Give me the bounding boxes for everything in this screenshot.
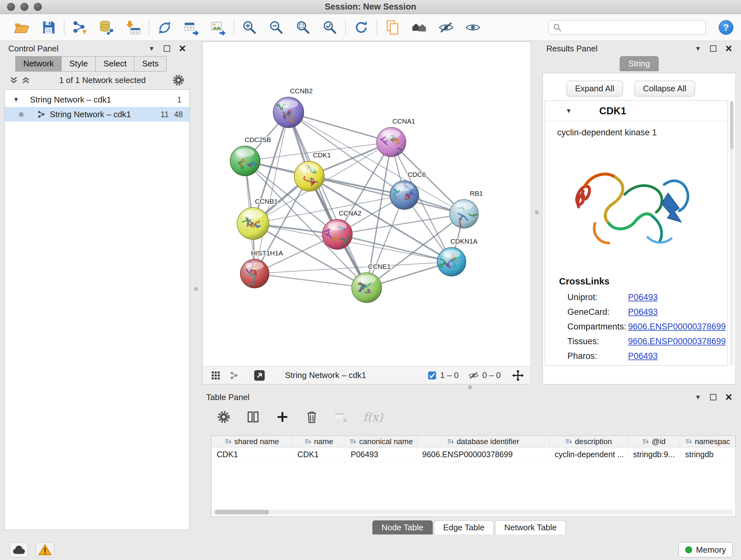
- window-close-button[interactable]: [7, 3, 15, 11]
- cloud-services-button[interactable]: [10, 542, 28, 557]
- network-node-CCNA1[interactable]: CCNA1: [377, 118, 415, 157]
- zoom-selected-icon: [322, 19, 338, 36]
- network-node-RB1[interactable]: RB1: [450, 190, 483, 228]
- show-all-button[interactable]: [463, 17, 483, 38]
- houses-button[interactable]: [409, 17, 429, 38]
- table-cell[interactable]: 9606.ENSP00000378699: [417, 447, 549, 462]
- zoom-fit-button[interactable]: [293, 17, 313, 38]
- network-overview-icon[interactable]: [229, 371, 239, 380]
- import-network-from-file-button[interactable]: [70, 17, 90, 38]
- pan-crosshair-icon[interactable]: [512, 370, 524, 381]
- bottom-splitter-handle[interactable]: [468, 385, 472, 389]
- table-cell[interactable]: stringdb: [680, 447, 736, 462]
- tree-expand-icon[interactable]: ▼: [13, 96, 19, 103]
- crosslink-value-link[interactable]: 9606.ENSP00000378699: [628, 336, 726, 347]
- edge-CCNA2-CDKN1A[interactable]: [337, 234, 452, 262]
- column-header-canonical-name[interactable]: canonical name: [346, 436, 417, 447]
- table-horizontal-scrollbar[interactable]: [213, 509, 734, 515]
- table-cell[interactable]: P06493: [346, 447, 417, 462]
- show-columns-icon[interactable]: [246, 410, 260, 424]
- gear-icon[interactable]: [172, 73, 185, 87]
- copy-annotation-button[interactable]: [382, 17, 403, 38]
- window-minimize-button[interactable]: [20, 3, 28, 11]
- control-panel-tab-style[interactable]: Style: [62, 56, 96, 71]
- export-image-button[interactable]: [208, 17, 228, 38]
- zoom-out-button[interactable]: [266, 17, 286, 38]
- table-tab-network-table[interactable]: Network Table: [495, 520, 566, 535]
- panel-float-icon[interactable]: [710, 45, 717, 52]
- column-header-database-identifier[interactable]: database identifier: [417, 436, 549, 447]
- crosslink-value-link[interactable]: P06493: [628, 307, 658, 317]
- table-cell[interactable]: stringdb:9...: [628, 447, 680, 462]
- network-node-CDC25B[interactable]: CDC25B: [230, 136, 271, 176]
- new-network-from-selection-button[interactable]: [154, 17, 175, 38]
- navigator-icon[interactable]: [254, 370, 265, 381]
- crosslink-value-link[interactable]: P06493: [628, 293, 658, 302]
- crosslink-value-link[interactable]: 9606.ENSP00000378699: [628, 322, 726, 332]
- panel-close-icon[interactable]: ×: [179, 45, 186, 52]
- table-tab-edge-table[interactable]: Edge Table: [434, 520, 494, 535]
- search-input[interactable]: [548, 20, 706, 35]
- panel-collapse-icon[interactable]: ▼: [148, 45, 155, 52]
- edge-CCNB2-CCNE1[interactable]: [288, 112, 367, 288]
- table-settings-gear-icon[interactable]: [216, 410, 231, 424]
- expand-all-button[interactable]: Expand All: [566, 81, 623, 97]
- crosslink-row: Compartments:9606.ENSP00000378699: [545, 319, 728, 334]
- table-cell[interactable]: CDK1: [292, 447, 346, 462]
- import-network-from-database-button[interactable]: [96, 17, 117, 38]
- network-canvas[interactable]: CCNB2CCNA1CDC25BCDK1CDC6RB1CCNB1CCNA2CDK…: [203, 42, 531, 366]
- control-panel-tab-select[interactable]: Select: [96, 56, 134, 71]
- panel-close-icon[interactable]: ×: [725, 45, 732, 52]
- export-table-button[interactable]: [181, 17, 202, 38]
- results-tab-string[interactable]: String: [620, 56, 659, 71]
- table-cell[interactable]: CDK1: [212, 447, 292, 462]
- table-cell[interactable]: cyclin-dependent ...: [549, 447, 628, 462]
- crosslink-value-link[interactable]: P06493: [628, 351, 658, 361]
- panel-close-icon[interactable]: ×: [725, 394, 732, 400]
- hidden-eye-slash-icon[interactable]: [468, 370, 479, 381]
- network-node-HIST1H1A[interactable]: HIST1H1A: [240, 249, 283, 288]
- right-splitter-handle[interactable]: [535, 210, 539, 214]
- network-node-CCNB2[interactable]: CCNB2: [273, 87, 313, 128]
- delete-column-trash-icon[interactable]: [305, 410, 319, 424]
- zoom-in-button[interactable]: [239, 17, 260, 38]
- open-session-button[interactable]: [11, 17, 32, 38]
- panel-float-icon[interactable]: [710, 394, 717, 400]
- table-tab-node-table[interactable]: Node Table: [373, 520, 433, 535]
- column-header-namespac[interactable]: namespac: [680, 436, 736, 447]
- selected-checkbox-icon[interactable]: [427, 371, 437, 380]
- control-panel-tab-sets[interactable]: Sets: [134, 56, 166, 71]
- warnings-button[interactable]: [36, 542, 54, 557]
- import-table-from-file-button[interactable]: [123, 17, 144, 38]
- refresh-view-button[interactable]: [351, 17, 372, 38]
- edge-CCNB2-CCNA1[interactable]: [288, 112, 391, 142]
- column-header-name[interactable]: name: [292, 436, 346, 447]
- left-splitter-handle[interactable]: [194, 287, 198, 291]
- zoom-selected-button[interactable]: [320, 17, 340, 38]
- hide-selected-button[interactable]: [436, 17, 456, 38]
- network-row-selected[interactable]: String Network – cdk1 11 48: [5, 107, 189, 122]
- memory-button[interactable]: Memory: [678, 542, 733, 557]
- network-collection-row[interactable]: ▼ String Network – cdk1 1: [5, 92, 189, 107]
- create-column-plus-icon[interactable]: [275, 410, 290, 424]
- save-session-button[interactable]: [38, 17, 59, 38]
- panel-float-icon[interactable]: [164, 45, 170, 52]
- window-zoom-button[interactable]: [34, 3, 42, 11]
- network-node-CDKN1A[interactable]: CDKN1A: [437, 238, 477, 276]
- edge-HIST1H1A-CCNE1[interactable]: [255, 273, 367, 288]
- expand-all-icon[interactable]: [21, 75, 30, 85]
- results-scrollbar[interactable]: [730, 101, 734, 366]
- protein-collapse-icon[interactable]: ▼: [565, 107, 572, 115]
- help-button[interactable]: ?: [719, 20, 733, 35]
- panel-collapse-icon[interactable]: ▼: [695, 45, 701, 52]
- column-header--id[interactable]: @id: [628, 436, 680, 447]
- grid-view-icon[interactable]: [211, 371, 220, 380]
- control-panel-tab-network[interactable]: Network: [15, 56, 62, 71]
- collapse-all-icon[interactable]: [9, 75, 18, 85]
- collapse-all-button[interactable]: Collapse All: [634, 81, 695, 97]
- column-header-shared-name[interactable]: shared name: [212, 436, 292, 447]
- panel-collapse-icon[interactable]: ▼: [695, 394, 701, 401]
- table-row[interactable]: CDK1CDK1P064939606.ENSP00000378699cyclin…: [212, 447, 736, 462]
- column-header-description[interactable]: description: [549, 436, 628, 447]
- network-node-CCNB1[interactable]: CCNB1: [237, 198, 278, 240]
